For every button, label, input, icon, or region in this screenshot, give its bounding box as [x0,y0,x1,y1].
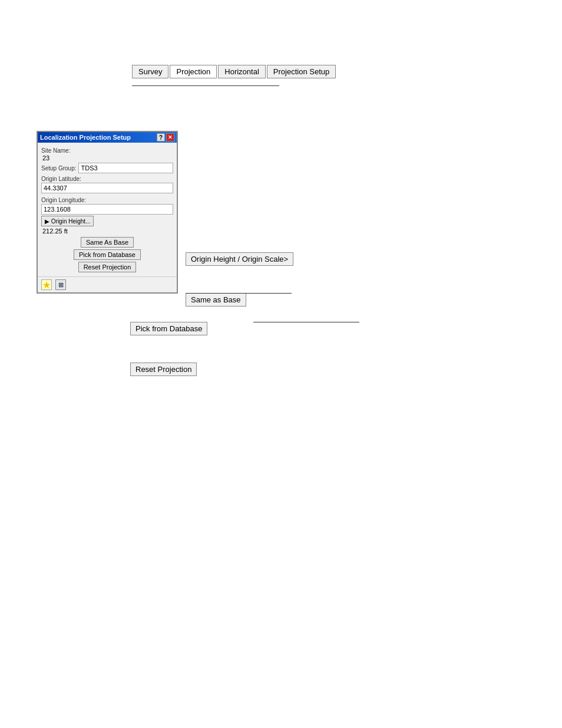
setup-group-label: Setup Group: [41,165,76,172]
pick-from-database-button[interactable]: Pick from Database [74,249,141,260]
localization-projection-dialog: Localization Projection Setup ? ✕ Site N… [37,131,178,294]
dialog-body: Site Name: 23 Setup Group: Origin Latitu… [38,143,177,276]
star-icon[interactable]: ★ [41,279,52,290]
reset-projection-annotation: Reset Projection [130,363,197,376]
pick-from-database-line [253,322,359,322]
tab-projection[interactable]: Projection [170,65,217,78]
tab-underline [132,85,279,86]
pick-from-database-annotation: Pick from Database [130,322,207,335]
site-name-value: 23 [41,154,173,162]
setup-group-input[interactable] [78,163,173,173]
reset-projection-row: Reset Projection [41,262,173,272]
setup-group-row: Setup Group: [41,163,173,173]
origin-longitude-input[interactable] [41,204,173,215]
close-button[interactable]: ✕ [166,133,174,141]
same-as-base-button[interactable]: Same As Base [81,237,134,248]
pick-from-database-row: Pick from Database [41,249,173,260]
origin-latitude-input[interactable] [41,183,173,193]
dialog-title: Localization Projection Setup [40,134,131,141]
tab-horizontal[interactable]: Horizontal [218,65,266,78]
same-as-base-row: Same As Base [41,237,173,248]
origin-latitude-label: Origin Latitude: [41,176,173,182]
origin-longitude-label: Origin Longitude: [41,197,173,203]
reset-projection-button[interactable]: Reset Projection [78,262,137,272]
titlebar-buttons: ? ✕ [157,133,174,141]
help-button[interactable]: ? [157,133,165,141]
dialog-footer: ★ ⊞ [38,276,177,292]
tab-projection-setup[interactable]: Projection Setup [267,65,336,78]
origin-height-scale-annotation: Origin Height / Origin Scale> [186,252,293,266]
same-as-base-line [186,293,292,294]
origin-height-value: 212.25 ft [41,228,173,235]
tab-survey[interactable]: Survey [132,65,168,78]
origin-height-toggle-button[interactable]: ▶ Origin Height... [41,216,94,226]
site-name-label: Site Name: [41,147,173,154]
same-as-base-annotation: Same as Base [186,293,246,307]
tab-bar: Survey Projection Horizontal Projection … [132,65,336,78]
dialog-titlebar: Localization Projection Setup ? ✕ [38,132,177,143]
grid-icon[interactable]: ⊞ [55,279,66,290]
